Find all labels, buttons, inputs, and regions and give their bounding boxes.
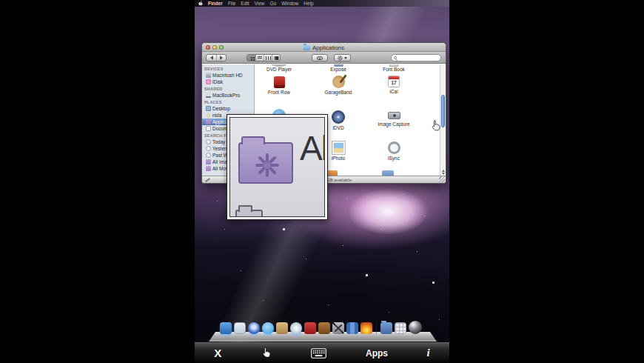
dock-front-row-icon[interactable] bbox=[304, 322, 316, 334]
hand-pointer-button[interactable] bbox=[261, 347, 272, 359]
magnifier-loupe: Al bbox=[227, 114, 328, 220]
sidebar-item-macbookpro[interactable]: MacBookPro bbox=[202, 92, 254, 99]
sidebar-header-places: PLACES bbox=[202, 99, 254, 105]
info-button[interactable]: i bbox=[427, 347, 430, 359]
app-expose[interactable]: Exposé bbox=[314, 64, 363, 72]
apps-button[interactable]: Apps bbox=[366, 348, 388, 359]
folder-icon bbox=[303, 45, 310, 50]
coverflow-view-icon bbox=[274, 56, 279, 60]
smart-folder-icon bbox=[206, 159, 211, 164]
dock-blue-app-icon[interactable] bbox=[346, 322, 358, 334]
vnc-toolbar: X Apps i bbox=[195, 342, 449, 363]
image-capture-icon bbox=[388, 112, 400, 119]
finder-toolbar bbox=[202, 52, 446, 64]
front-row-icon bbox=[274, 76, 285, 88]
app-front-row[interactable]: Front Row bbox=[255, 76, 303, 95]
quicklook-button[interactable] bbox=[312, 54, 328, 61]
clock-icon bbox=[206, 139, 211, 144]
dock-mail-icon[interactable] bbox=[234, 322, 246, 334]
dock bbox=[214, 319, 430, 342]
sidebar-item-desktop[interactable]: Desktop bbox=[202, 105, 254, 112]
iphoto-icon bbox=[332, 141, 345, 154]
isync-icon bbox=[388, 141, 400, 154]
sidebar-header-shared: SHARED bbox=[202, 86, 254, 92]
back-icon bbox=[210, 56, 213, 60]
dock-itunes-icon[interactable] bbox=[290, 322, 302, 334]
dock-ichat-icon[interactable] bbox=[262, 322, 274, 334]
app-dvd-player[interactable]: DVD Player bbox=[255, 64, 303, 72]
magnified-smart-folder-icon bbox=[238, 142, 293, 184]
magnified-next-folder-partial bbox=[235, 210, 263, 217]
menu-window[interactable]: Window bbox=[281, 0, 298, 7]
idisk-icon bbox=[206, 79, 211, 84]
close-session-button[interactable]: X bbox=[214, 347, 221, 359]
column-view-icon bbox=[266, 56, 271, 60]
coverflow-view-button[interactable] bbox=[272, 55, 280, 61]
app-icon-partial-blue[interactable] bbox=[382, 170, 394, 176]
icon-view-button[interactable] bbox=[247, 55, 255, 61]
ical-icon: 17 bbox=[388, 76, 400, 87]
minimize-window-button[interactable] bbox=[212, 45, 217, 50]
search-field[interactable] bbox=[391, 54, 441, 61]
scroll-arrows bbox=[440, 170, 446, 175]
loupe-content: Al bbox=[229, 117, 325, 217]
list-view-icon bbox=[258, 56, 262, 60]
app-ical[interactable]: 17 iCal bbox=[369, 76, 418, 94]
dock-separator bbox=[376, 322, 377, 334]
resize-grip[interactable] bbox=[439, 176, 445, 182]
idvd-icon bbox=[332, 110, 345, 124]
menu-go[interactable]: Go bbox=[270, 0, 277, 7]
sidebar-item-macintosh-hd[interactable]: Macintosh HD bbox=[202, 72, 254, 79]
gear-icon bbox=[338, 56, 343, 61]
forward-button[interactable] bbox=[216, 55, 226, 61]
dock-finder-icon[interactable] bbox=[220, 322, 232, 334]
app-garageband[interactable]: GarageBand bbox=[314, 76, 363, 95]
dock-safari-icon[interactable] bbox=[248, 322, 260, 334]
app-image-capture[interactable]: Image Capture bbox=[369, 107, 418, 127]
sidebar-item-idisk[interactable]: iDisk bbox=[202, 79, 254, 85]
eye-icon bbox=[317, 56, 323, 60]
dock-fire-app-icon[interactable] bbox=[360, 322, 372, 334]
dock-address-book-icon[interactable] bbox=[276, 322, 288, 334]
remote-mac-screen: Finder File Edit View Go Window Help App… bbox=[195, 0, 449, 363]
close-window-button[interactable] bbox=[206, 45, 210, 50]
window-title: Applications bbox=[312, 44, 344, 51]
window-titlebar[interactable]: Applications bbox=[202, 43, 446, 52]
menu-edit[interactable]: Edit bbox=[241, 0, 249, 7]
dock-sphere-icon[interactable] bbox=[409, 321, 422, 334]
app-font-book[interactable]: Font Book bbox=[369, 64, 418, 72]
documents-icon bbox=[206, 126, 211, 131]
wallpaper-stars bbox=[195, 7, 195, 7]
clock-icon bbox=[206, 146, 211, 151]
available-space-text: GB available bbox=[326, 178, 352, 182]
menu-help[interactable]: Help bbox=[303, 0, 313, 7]
garageband-icon bbox=[332, 76, 345, 88]
window-title-area: Applications bbox=[202, 43, 446, 52]
smart-folder-icon bbox=[206, 166, 211, 171]
dock-garageband-icon[interactable] bbox=[318, 322, 330, 334]
list-view-button[interactable] bbox=[255, 55, 264, 61]
menu-file[interactable]: File bbox=[228, 0, 235, 7]
back-button[interactable] bbox=[207, 55, 216, 61]
zoom-window-button[interactable] bbox=[219, 45, 224, 50]
laptop-icon bbox=[206, 93, 211, 98]
keyboard-button[interactable] bbox=[311, 348, 326, 359]
action-menu-button[interactable] bbox=[334, 54, 351, 61]
desktop-icon bbox=[206, 106, 211, 111]
apple-menu-icon[interactable] bbox=[198, 1, 203, 6]
scroll-up-icon[interactable] bbox=[442, 170, 445, 172]
dock-documents-stack-icon[interactable] bbox=[380, 322, 392, 334]
column-view-button[interactable] bbox=[264, 55, 272, 61]
scroll-down-icon[interactable] bbox=[442, 173, 445, 175]
icon-view-icon bbox=[251, 57, 252, 59]
menu-finder[interactable]: Finder bbox=[208, 0, 223, 7]
search-icon bbox=[394, 56, 397, 59]
clock-icon bbox=[206, 153, 211, 158]
home-icon bbox=[206, 113, 211, 118]
app-isync[interactable]: iSync bbox=[369, 141, 418, 161]
chevron-down-icon bbox=[344, 57, 347, 59]
magnified-label-text: Al bbox=[300, 131, 325, 165]
dock-quicktime-icon[interactable] bbox=[332, 322, 344, 334]
dock-downloads-stack-icon[interactable] bbox=[395, 322, 406, 334]
menu-view[interactable]: View bbox=[255, 0, 265, 7]
